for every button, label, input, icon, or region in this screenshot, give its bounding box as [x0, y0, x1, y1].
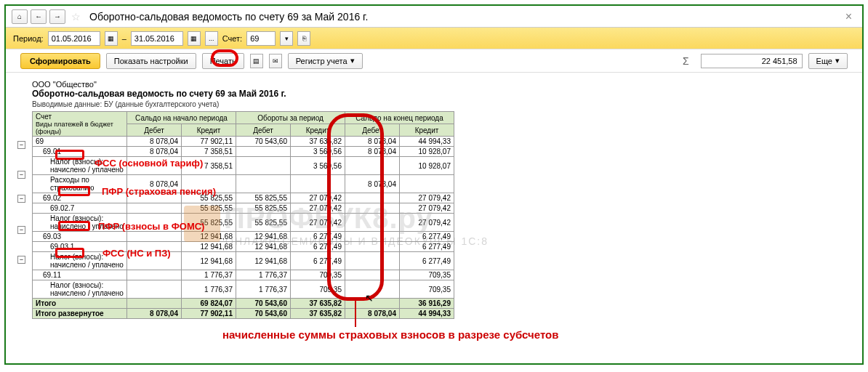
tree-btn[interactable]: − [17, 195, 25, 203]
print-button[interactable]: Печать [202, 53, 244, 69]
account-link[interactable]: ⎘ [297, 31, 310, 46]
table-row[interactable]: Итого69 824,0770 543,6037 635,8236 916,2… [33, 299, 454, 309]
table-row[interactable]: Расходы по страхованию8 078,048 078,04 [33, 175, 454, 193]
tree-btn[interactable]: − [17, 256, 25, 264]
cursor-icon: ↖ [365, 292, 374, 304]
home-button[interactable]: ⌂ [12, 9, 28, 24]
close-icon[interactable]: × [841, 10, 856, 23]
anno-pfr-foms: ПФР (взносы в ФОМС) [98, 221, 204, 232]
account-dd[interactable]: ▾ [280, 31, 293, 46]
dash: – [122, 34, 126, 43]
toolbar-period: Период: 01.05.2016 ▦ – 31.05.2016 ▦ ... … [6, 28, 862, 49]
fwd-button[interactable]: → [49, 9, 65, 24]
date-to-input[interactable]: 31.05.2016 [131, 31, 183, 46]
account-input[interactable]: 69 [246, 31, 276, 46]
register-button[interactable]: Регистр учета ▾ [288, 53, 363, 69]
watermark-text: ПРОФБУК8.ру [224, 202, 433, 235]
sigma-icon: Σ [683, 55, 689, 67]
mail-icon[interactable]: ✉ [269, 54, 282, 68]
date-to-picker[interactable]: ▦ [188, 31, 201, 46]
titlebar: ⌂ ← → ☆ Оборотно-сальдовая ведомость по … [6, 6, 862, 28]
table-row[interactable]: 698 078,0477 902,1170 543,6037 635,828 0… [33, 137, 454, 147]
total-box: 22 451,58 [701, 54, 803, 68]
hdr-acct: Счет Виды платежей в бюджет (фонды) [33, 112, 127, 137]
star-icon[interactable]: ☆ [71, 11, 81, 23]
window-title: Оборотно-сальдовая ведомость по счету 69… [87, 11, 838, 23]
tree-btn[interactable]: − [17, 171, 25, 179]
report-title: Оборотно-сальдовая ведомость по счету 69… [32, 89, 836, 99]
report-content: ООО "Общество" Оборотно-сальдовая ведомо… [6, 73, 862, 362]
format-button[interactable]: Сформировать [20, 53, 100, 69]
hl-arrow [355, 301, 356, 327]
watermark-sub: ОНЛАЙН-СЕМИНАРЫ И ВИДЕОКУРСЫ 1С:8 [225, 235, 489, 247]
tree-controls: − − − − − [12, 126, 32, 264]
settings-button[interactable]: Показать настройки [106, 53, 196, 69]
anno-pfr-pension: ПФР (страховая пенсия) [102, 186, 216, 197]
table-row[interactable]: 69.111 776,371 776,37709,35709,35 [33, 270, 454, 280]
anno-fss-main: ФСС (основной тариф) [95, 158, 203, 169]
anno-footer: начисленные суммы страховых взносов в ра… [222, 328, 558, 341]
anno-fss-nspz: ФСС (НС и ПЗ) [103, 248, 171, 259]
account-label: Счет: [222, 34, 242, 43]
hdr-g1: Сальдо на начало периода [127, 112, 236, 124]
back-button[interactable]: ← [31, 9, 47, 24]
period-label: Период: [13, 34, 44, 43]
hdr-g2: Обороты за период [236, 112, 345, 124]
table-row[interactable]: 69.018 078,047 358,513 569,568 078,0410 … [33, 147, 454, 157]
date-from-picker[interactable]: ▦ [105, 31, 118, 46]
hdr-g3: Сальдо на конец периода [345, 112, 454, 124]
table-row[interactable]: Итого развернутое8 078,0477 902,1170 543… [33, 309, 454, 319]
tree-btn[interactable]: − [17, 226, 25, 234]
table-row[interactable]: Налог (взносы): начислено / уплачено12 9… [33, 252, 454, 270]
report-sub: Выводимые данные: БУ (данные бухгалтерск… [32, 100, 836, 108]
date-ellipsis[interactable]: ... [205, 31, 218, 46]
toolbar-actions: Сформировать Показать настройки Печать ▤… [6, 49, 862, 73]
date-from-input[interactable]: 01.05.2016 [48, 31, 100, 46]
tree-btn[interactable]: − [17, 141, 25, 149]
table-row[interactable]: Налог (взносы): начислено / уплачено1 77… [33, 280, 454, 299]
save-icon[interactable]: ▤ [250, 54, 263, 68]
more-button[interactable]: Еще ▾ [808, 53, 848, 69]
org-name: ООО "Общество" [32, 80, 836, 89]
